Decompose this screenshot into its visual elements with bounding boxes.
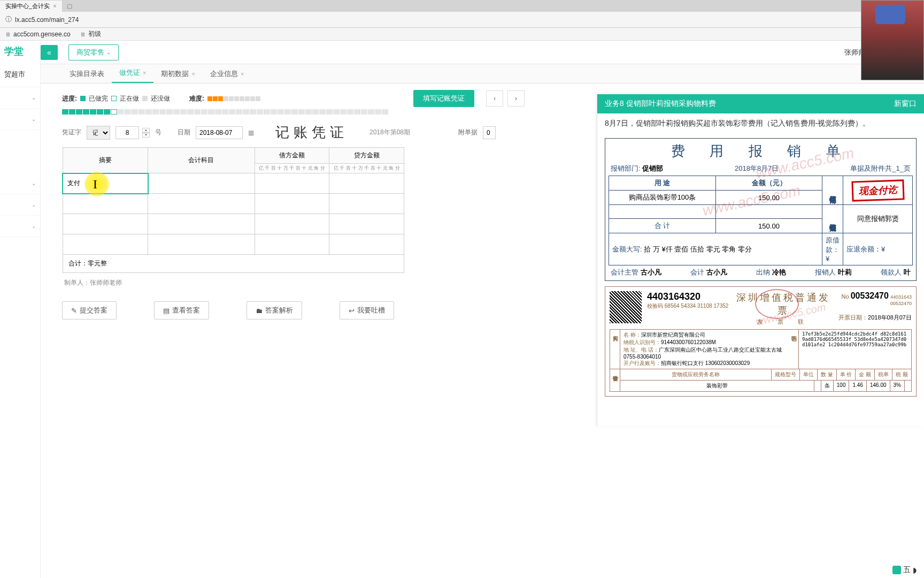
voucher-title: 记账凭证 bbox=[275, 123, 348, 142]
sidebar-item[interactable]: ⌄ bbox=[0, 109, 40, 130]
submit-button[interactable]: ✎提交答案 bbox=[62, 301, 117, 320]
task-panel: 业务8 促销部叶莉报销采购物料费 新窗口 8月7日，促销部叶莉报销购买超市装饰彩… bbox=[597, 94, 924, 426]
task-header: 业务8 促销部叶莉报销采购物料费 新窗口 bbox=[597, 94, 924, 113]
chevron-down-icon: ⌄ bbox=[32, 116, 36, 122]
invoice: www.acc5.com 4403164320 校验码 68564 54334 … bbox=[605, 286, 917, 397]
summary-cell[interactable]: I bbox=[63, 173, 148, 194]
voucher-number-input[interactable] bbox=[116, 126, 139, 139]
oval-stamp bbox=[755, 289, 799, 319]
calendar-icon[interactable]: ▦ bbox=[248, 129, 254, 136]
subject-cell[interactable] bbox=[148, 173, 255, 194]
chevron-down-icon: ⌄ bbox=[32, 223, 36, 229]
chevron-down-icon: ⌄ bbox=[32, 180, 36, 186]
app-bar: « 商贸零售 ⌄ 张师师老师 (SVIP会员) bbox=[0, 41, 924, 64]
qr-code bbox=[610, 291, 642, 323]
sidebar-item[interactable]: 贸超市 bbox=[0, 62, 40, 87]
address-bar[interactable]: ⓘ lx.acc5.com/main_274 bbox=[0, 12, 924, 28]
tab-voucher[interactable]: 做凭证× bbox=[112, 64, 153, 83]
reply-icon: ↩ bbox=[349, 307, 355, 315]
feedback-button[interactable]: ↩我要吐槽 bbox=[340, 301, 394, 320]
text-cursor-icon: I bbox=[93, 177, 97, 192]
attachment-count-input[interactable] bbox=[483, 126, 496, 139]
legend-doing bbox=[111, 96, 117, 101]
sidebar-item[interactable]: ⌄ bbox=[0, 173, 40, 194]
sidebar-item[interactable]: ⌄ bbox=[0, 194, 40, 216]
sidebar-item[interactable]: ⌄ bbox=[0, 216, 40, 237]
reimburse-table: 用 途 金额（元） 部门签领导 现金付讫 购商品装饰彩带100条 150.00 … bbox=[609, 176, 913, 265]
bookmark-bar: 🗎acc5com.gensee.co 🗎初级 bbox=[0, 28, 924, 41]
content-tabs: 实操目录表 做凭证× 期初数据× 企业信息× bbox=[41, 64, 924, 83]
document-icon: 🗎 bbox=[80, 31, 86, 37]
analysis-button[interactable]: 🖿答案解析 bbox=[247, 301, 302, 320]
voucher-table: 摘要 会计科目 借方金额 贷方金额 亿 千 百 十 万 千 百 十 元 角 分 … bbox=[62, 147, 404, 273]
voucher-period: 2018年第08期 bbox=[369, 128, 410, 137]
close-icon[interactable]: × bbox=[191, 71, 195, 77]
ime-logo-icon bbox=[892, 566, 901, 574]
col-debit: 借方金额 bbox=[255, 148, 329, 164]
col-summary: 摘要 bbox=[63, 148, 148, 173]
ime-indicator[interactable]: 五 ◗ bbox=[892, 565, 917, 575]
left-sidebar: 学堂 贸超市 ⌄ ⌄ ⌄ ⌄ ⌄ bbox=[0, 41, 41, 578]
tab-company[interactable]: 企业信息× bbox=[203, 65, 251, 83]
summary-input[interactable] bbox=[66, 179, 144, 188]
category-selector[interactable]: 商贸零售 ⌄ bbox=[68, 44, 119, 60]
reimbursement-form: www.acc5.com www.acc5.com 费 用 报 销 单 报销部门… bbox=[605, 138, 917, 281]
document-icon: 🗎 bbox=[5, 31, 11, 37]
prev-button[interactable]: ‹ bbox=[486, 90, 503, 107]
col-subject: 会计科目 bbox=[148, 148, 255, 173]
tab-title: 实操中心_会计实 bbox=[5, 2, 50, 10]
tab-directory[interactable]: 实操目录表 bbox=[62, 65, 112, 83]
fill-voucher-button[interactable]: 填写记账凭证 bbox=[413, 90, 474, 107]
close-icon[interactable]: × bbox=[241, 71, 244, 77]
bookmark-item[interactable]: 🗎初级 bbox=[80, 29, 101, 39]
difficulty-rating bbox=[207, 96, 260, 101]
debit-cell[interactable] bbox=[255, 173, 329, 194]
task-description: 8月7日，促销部叶莉报销购买超市装饰彩带费用（记入销售费用-视觉陈列费）。 bbox=[597, 113, 924, 134]
lock-icon: ⓘ bbox=[5, 15, 12, 24]
number-spinner[interactable]: ▲▼ bbox=[142, 128, 150, 138]
chevron-down-icon: ⌄ bbox=[32, 95, 36, 101]
tab-initial[interactable]: 期初数据× bbox=[153, 65, 202, 83]
reimburse-title: 费 用 报 销 单 bbox=[609, 142, 913, 161]
bookmark-item[interactable]: 🗎acc5com.gensee.co bbox=[5, 31, 71, 38]
voucher-word-select[interactable]: 记 bbox=[87, 126, 110, 140]
legend-done bbox=[80, 96, 86, 101]
app-logo: 学堂 bbox=[0, 41, 40, 62]
new-tab-button[interactable]: ▢ bbox=[63, 1, 76, 11]
url-text: lx.acc5.com/main_274 bbox=[15, 16, 79, 24]
voucher-date-input[interactable] bbox=[196, 126, 243, 139]
close-icon[interactable]: × bbox=[143, 70, 146, 76]
new-window-link[interactable]: 新窗口 bbox=[894, 99, 917, 109]
view-answer-button[interactable]: ▤查看答案 bbox=[154, 301, 209, 320]
legend-todo bbox=[142, 96, 148, 101]
sidebar-item[interactable]: ⌄ bbox=[0, 87, 40, 109]
credit-cell[interactable] bbox=[329, 173, 404, 194]
folder-icon: 🖿 bbox=[256, 307, 263, 315]
collapse-sidebar-button[interactable]: « bbox=[41, 45, 58, 60]
list-icon: ▤ bbox=[163, 307, 170, 315]
cash-paid-stamp: 现金付讫 bbox=[851, 179, 904, 201]
browser-tabs: 实操中心_会计实 × ▢ bbox=[0, 0, 924, 12]
total-row: 合计：零元整 bbox=[63, 255, 404, 273]
chevron-down-icon: ⌄ bbox=[106, 49, 111, 55]
close-icon[interactable]: × bbox=[53, 3, 56, 9]
edit-icon: ✎ bbox=[71, 307, 77, 315]
next-button[interactable]: › bbox=[507, 90, 525, 107]
col-credit: 贷方金额 bbox=[329, 148, 404, 164]
webcam-overlay bbox=[861, 0, 924, 80]
moon-icon: ◗ bbox=[913, 566, 917, 574]
browser-tab[interactable]: 实操中心_会计实 × bbox=[0, 1, 63, 12]
chevron-down-icon: ⌄ bbox=[32, 202, 36, 208]
